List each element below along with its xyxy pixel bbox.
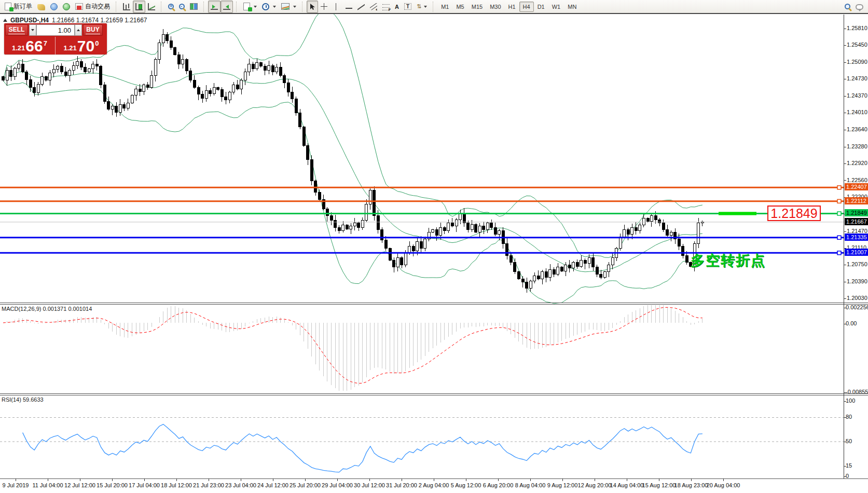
sell-price[interactable]: 1.21 66 7 <box>4 37 56 54</box>
volume-input[interactable] <box>36 24 75 36</box>
volume-decrease-button[interactable] <box>29 24 36 36</box>
price-badge-1.21007: 1.21007 <box>845 249 868 256</box>
auto-scroll-icon <box>211 4 218 10</box>
zoom-out-button[interactable]: - <box>176 1 187 13</box>
one-click-trading-panel: SELL BUY 1.21 66 7 1.21 70 0 <box>4 23 107 54</box>
buy-button[interactable]: BUY <box>83 24 103 36</box>
rsi-line <box>23 424 702 472</box>
chat-button[interactable] <box>853 1 866 13</box>
toolbar-separator <box>116 2 118 12</box>
hline-marker[interactable] <box>837 251 841 255</box>
candlestick-icon <box>135 3 143 10</box>
line-chart-button[interactable] <box>145 1 158 13</box>
triangle-down-icon <box>31 29 34 31</box>
new-chart-button[interactable] <box>241 1 259 13</box>
signals-button[interactable] <box>60 1 73 13</box>
period-button[interactable] <box>259 1 279 13</box>
price-badge-1.21667: 1.21667 <box>845 218 868 225</box>
tile-windows-icon <box>190 3 198 10</box>
arrows-button[interactable]: ⇅ <box>414 1 430 13</box>
trendline-button[interactable] <box>355 1 367 13</box>
equidistant-channel-button[interactable]: E <box>367 1 380 13</box>
crosshair-icon <box>321 3 327 10</box>
chart-shift-button[interactable] <box>221 1 233 13</box>
triangle-up-icon <box>77 29 80 31</box>
bar-chart-icon <box>123 3 130 10</box>
timeframe-d1-button[interactable]: D1 <box>534 2 548 12</box>
chart-canvas[interactable] <box>0 0 868 493</box>
axis-label: 15 <box>846 462 852 469</box>
crosshair-button[interactable] <box>318 1 330 13</box>
timeframe-h4-button[interactable]: H4 <box>519 2 534 12</box>
sell-button[interactable]: SELL <box>5 24 28 36</box>
search-button[interactable] <box>842 1 853 13</box>
axis-label: 1.25810 <box>847 25 867 31</box>
auto-scroll-button[interactable] <box>208 1 221 13</box>
highlight-rectangle[interactable] <box>719 212 756 215</box>
turning-point-note[interactable]: 多空转折点 <box>691 251 766 270</box>
new-order-button[interactable]: 新订单 <box>2 1 35 13</box>
text-label-button[interactable]: T <box>402 1 414 13</box>
vertical-line-button[interactable] <box>330 1 343 13</box>
axis-label: 1.23640 <box>847 126 867 132</box>
price-badge-1.21849: 1.21849 <box>845 209 868 216</box>
timeframe-toolbar: M1M5M15M30H1H4D1W1MN <box>437 0 580 13</box>
hline-marker[interactable] <box>837 236 841 239</box>
macd-histogram <box>3 305 702 391</box>
trendline-icon <box>357 3 365 10</box>
timeframe-mn-button[interactable]: MN <box>564 2 580 12</box>
axis-label: 1.22560 <box>847 177 867 183</box>
axis-label: 0 <box>846 473 849 479</box>
indicators-icon <box>281 3 290 10</box>
timeframe-w1-button[interactable]: W1 <box>548 2 564 12</box>
horizontal-line-icon <box>346 8 352 9</box>
axis-label: 1.25450 <box>847 42 867 48</box>
axis-label: 100 <box>846 398 855 404</box>
auto-trading-button[interactable]: 自动交易 <box>73 1 113 13</box>
profile-button[interactable] <box>48 1 60 13</box>
macd-header: MACD(12,26,9) 0.001371 0.001014 <box>2 306 92 312</box>
tile-windows-button[interactable] <box>187 1 200 13</box>
hline-marker[interactable] <box>837 212 841 215</box>
main-toolbar: 新订单 自动交易 + - <box>0 0 868 14</box>
zoom-in-button[interactable]: + <box>166 1 176 13</box>
timeframe-m1-button[interactable]: M1 <box>437 2 452 12</box>
cursor-icon <box>309 3 315 10</box>
timeframe-m30-button[interactable]: M30 <box>486 2 504 12</box>
price-annotation-box[interactable]: 1.21849 <box>767 206 821 221</box>
candlestick-chart-button[interactable] <box>133 1 145 13</box>
indicators-button[interactable] <box>279 1 299 13</box>
vertical-line-icon <box>336 3 340 10</box>
horizontal-line-button[interactable] <box>343 1 355 13</box>
chart-title-row: GBPUSD-,H4 1.21666 1.21674 1.21659 1.216… <box>3 17 147 24</box>
toolbar-separator <box>236 2 239 12</box>
new-order-label: 新订单 <box>13 2 32 11</box>
hline-marker[interactable] <box>837 186 841 189</box>
timeframe-h1-button[interactable]: H1 <box>505 2 519 12</box>
volume-increase-button[interactable] <box>75 24 82 36</box>
bar-chart-button[interactable] <box>120 1 133 13</box>
hline-marker[interactable] <box>837 199 841 203</box>
price-badge-1.21335: 1.21335 <box>845 234 868 241</box>
axis-label: 1.24010 <box>847 109 867 115</box>
auto-trading-label: 自动交易 <box>85 2 110 11</box>
price-badge-1.22112: 1.22112 <box>845 197 868 204</box>
fibonacci-icon: F <box>382 4 390 10</box>
buy-price[interactable]: 1.21 70 0 <box>56 37 107 54</box>
styles-button[interactable] <box>35 1 48 13</box>
timeframe-m5-button[interactable]: M5 <box>452 2 467 12</box>
toolbar-separator <box>302 2 305 12</box>
cursor-button[interactable] <box>307 1 318 13</box>
new-chart-icon <box>243 3 250 10</box>
axis-label: 1.20390 <box>847 278 867 284</box>
fibonacci-button[interactable]: F <box>380 1 392 13</box>
rsi-header: RSI(14) 59.6633 <box>2 396 44 403</box>
timeframe-m15-button[interactable]: M15 <box>468 2 486 12</box>
one-click-collapse-icon[interactable] <box>3 19 7 22</box>
new-order-icon <box>5 3 11 10</box>
axis-label: 1.22920 <box>847 160 867 166</box>
axis-label: 1.24370 <box>847 92 867 99</box>
date-label: 20 Aug 04:00 <box>700 482 747 488</box>
text-button[interactable]: A <box>392 1 402 13</box>
dropdown-arrow-icon <box>293 6 296 8</box>
